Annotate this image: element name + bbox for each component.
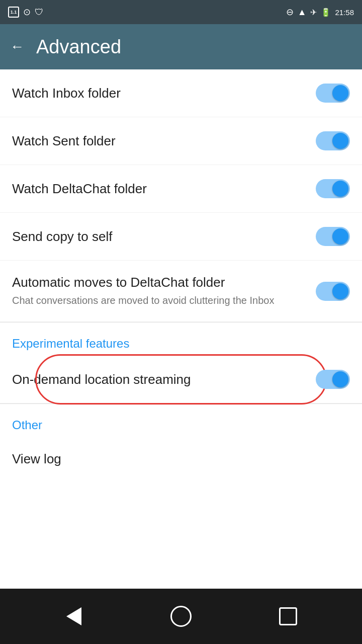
home-circle-icon bbox=[170, 606, 192, 627]
status-bar-right: ⊖ ▲ ✈ 🔋 21:58 bbox=[286, 7, 354, 18]
battery-icon: 🔋 bbox=[321, 8, 331, 17]
shield-icon: 🛡 bbox=[35, 7, 44, 18]
app-icon: 1.1 bbox=[8, 7, 19, 18]
nav-recents-button[interactable] bbox=[273, 601, 303, 631]
setting-auto-moves[interactable]: Automatic moves to DeltaChat folder Chat… bbox=[0, 261, 362, 322]
setting-label-location-streaming: On-demand location streaming bbox=[12, 372, 306, 387]
toggle-watch-deltachat[interactable] bbox=[316, 179, 350, 198]
toggle-send-copy[interactable] bbox=[316, 227, 350, 246]
setting-location-streaming[interactable]: On-demand location streaming bbox=[0, 356, 362, 404]
minus-circle-icon: ⊖ bbox=[286, 7, 294, 18]
nav-bar bbox=[0, 589, 362, 644]
toggle-location-streaming[interactable] bbox=[316, 370, 350, 389]
status-bar: 1.1 ⊙ 🛡 ⊖ ▲ ✈ 🔋 21:58 bbox=[0, 0, 362, 24]
back-button[interactable]: ← bbox=[10, 39, 24, 55]
status-bar-left: 1.1 ⊙ 🛡 bbox=[8, 7, 44, 18]
clock: 21:58 bbox=[335, 8, 354, 17]
setting-watch-deltachat[interactable]: Watch DeltaChat folder bbox=[0, 165, 362, 213]
page-title: Advanced bbox=[36, 36, 121, 58]
section-header-experimental: Experimental features bbox=[0, 323, 362, 356]
back-triangle-icon bbox=[66, 607, 81, 625]
setting-view-log[interactable]: View log bbox=[0, 437, 362, 481]
setting-watch-inbox[interactable]: Watch Inbox folder bbox=[0, 69, 362, 117]
toggle-watch-inbox[interactable] bbox=[316, 84, 350, 103]
setting-watch-sent[interactable]: Watch Sent folder bbox=[0, 117, 362, 165]
setting-label-send-copy: Send copy to self bbox=[12, 229, 306, 245]
section-header-other: Other bbox=[0, 404, 362, 437]
setting-label-watch-inbox: Watch Inbox folder bbox=[12, 86, 306, 101]
airplane-icon: ✈ bbox=[310, 8, 317, 17]
setting-label-watch-sent: Watch Sent folder bbox=[12, 133, 306, 149]
wifi-icon: ▲ bbox=[298, 7, 307, 18]
setting-sublabel-auto-moves: Chat conversations are moved to avoid cl… bbox=[12, 293, 306, 307]
recents-square-icon bbox=[279, 607, 297, 625]
app-bar: ← Advanced bbox=[0, 24, 362, 69]
toggle-watch-sent[interactable] bbox=[316, 131, 350, 150]
nav-back-button[interactable] bbox=[59, 601, 89, 631]
setting-send-copy[interactable]: Send copy to self bbox=[0, 213, 362, 261]
settings-list: Watch Inbox folder Watch Sent folder Wat… bbox=[0, 69, 362, 589]
setting-label-view-log: View log bbox=[12, 451, 340, 467]
toggle-auto-moves[interactable] bbox=[316, 282, 350, 301]
setting-label-watch-deltachat: Watch DeltaChat folder bbox=[12, 181, 306, 197]
nav-home-button[interactable] bbox=[166, 601, 196, 631]
setting-label-auto-moves: Automatic moves to DeltaChat folder bbox=[12, 275, 306, 290]
target-icon: ⊙ bbox=[23, 7, 31, 18]
